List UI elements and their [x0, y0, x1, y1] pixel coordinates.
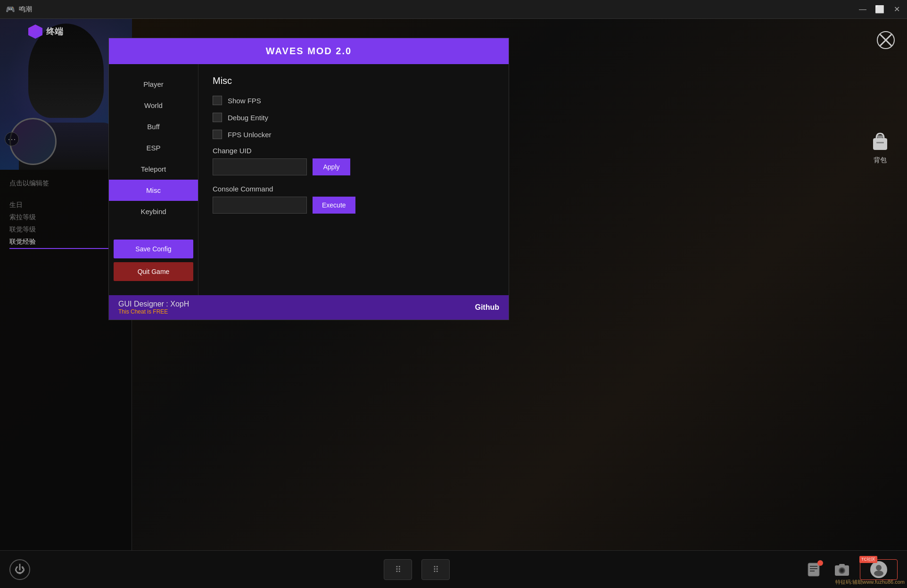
show-fps-checkbox[interactable]: [213, 96, 222, 105]
mod-body: Player World Buff ESP Teleport Misc Keyb…: [109, 64, 509, 295]
execute-button[interactable]: Execute: [313, 197, 355, 214]
mod-nav-esp[interactable]: ESP: [109, 137, 198, 158]
taskbar-left: ⏻: [9, 559, 30, 580]
mod-nav-teleport[interactable]: Teleport: [109, 158, 198, 180]
game-area: ⋯ 终端 · · · · ·· · · · ·· · · · · 点击以编辑签 …: [0, 19, 907, 550]
footer-credits: GUI Designer : XopH This Cheat is FREE: [118, 300, 189, 315]
svg-rect-22: [873, 138, 887, 150]
window-chrome: 🎮 鸣潮 — ⬜ ✕: [0, 0, 907, 19]
dots-button-2[interactable]: ⠿: [421, 559, 450, 580]
edit-tag-label[interactable]: 点击以编辑签: [9, 179, 122, 188]
console-command-label: Console Command: [213, 185, 495, 193]
community-avatar: [870, 561, 887, 578]
mod-content: Misc Show FPS Debug Entity FPS Unlocker …: [198, 64, 509, 295]
svg-rect-23: [877, 135, 883, 138]
github-button[interactable]: Github: [475, 303, 499, 312]
backpack-icon: [867, 127, 893, 153]
app-icon: 🎮: [6, 5, 15, 14]
console-command-section: Console Command Execute: [213, 185, 495, 214]
mod-nav-keybind[interactable]: Keybind: [109, 201, 198, 222]
quit-game-button[interactable]: Quit Game: [114, 262, 193, 281]
watermark: 特征码:辅助www.fuzhu86.com: [835, 579, 905, 586]
taskbar: ⏻ ⠿ ⠿ TC社区: [0, 550, 907, 588]
dots-button-1[interactable]: ⠿: [384, 559, 412, 580]
change-uid-row: Apply: [213, 158, 495, 175]
footer-designer: GUI Designer : XopH: [118, 300, 189, 308]
checkbox-show-fps: Show FPS: [213, 96, 495, 105]
mod-title: WAVES MOD 2.0: [266, 46, 352, 56]
show-fps-label: Show FPS: [228, 97, 261, 105]
community-badge: TC社区: [859, 556, 877, 563]
mod-nav-buff[interactable]: Buff: [109, 116, 198, 137]
window-title-bar: 🎮 鸣潮: [6, 5, 32, 14]
footer-free-text: This Cheat is FREE: [118, 308, 189, 315]
mod-nav-misc[interactable]: Misc: [109, 180, 198, 201]
power-button[interactable]: ⏻: [9, 559, 30, 580]
terminal-icon: [28, 25, 42, 39]
svg-rect-24: [876, 142, 884, 143]
backpack-label: 背包: [874, 156, 887, 165]
maximize-button[interactable]: ⬜: [875, 5, 884, 14]
mod-footer: GUI Designer : XopH This Cheat is FREE G…: [109, 295, 509, 320]
birthday-label: 生日: [9, 201, 122, 209]
mod-footer-buttons: Save Config Quit Game: [109, 235, 198, 286]
debug-entity-checkbox[interactable]: [213, 113, 222, 122]
misc-title: Misc: [213, 75, 495, 86]
mod-header: WAVES MOD 2.0: [109, 38, 509, 64]
apply-button[interactable]: Apply: [313, 158, 350, 175]
svg-point-33: [841, 569, 843, 572]
console-command-row: Execute: [213, 197, 495, 214]
mod-nav-world[interactable]: World: [109, 95, 198, 116]
save-config-button[interactable]: Save Config: [114, 240, 193, 258]
fps-unlocker-checkbox[interactable]: [213, 130, 222, 139]
avatar-menu[interactable]: ⋯: [5, 132, 19, 146]
mod-overlay: WAVES MOD 2.0 Player World Buff ESP Tele…: [108, 38, 509, 320]
console-input[interactable]: [213, 197, 307, 214]
uid-input[interactable]: [213, 158, 307, 175]
mod-nav-player[interactable]: Player: [109, 74, 198, 95]
checkbox-fps-unlocker: FPS Unlocker: [213, 130, 495, 139]
app-title: 鸣潮: [19, 5, 32, 14]
close-button[interactable]: ✕: [892, 5, 901, 14]
sola-level-label: 索拉等级: [9, 213, 122, 222]
taskbar-center: ⠿ ⠿: [384, 559, 450, 580]
right-panel: 背包: [867, 127, 893, 165]
change-uid-label: Change UID: [213, 147, 495, 155]
lianque-level-label: 联觉等级: [9, 225, 122, 234]
fps-unlocker-label: FPS Unlocker: [228, 131, 272, 139]
taskbar-note-icon[interactable]: [803, 559, 824, 580]
lianque-exp-label: 联觉经验: [9, 238, 122, 249]
close-overlay-button[interactable]: [874, 28, 898, 52]
svg-rect-34: [839, 564, 845, 566]
note-badge: [817, 560, 823, 566]
backpack-item[interactable]: 背包: [867, 127, 893, 165]
change-uid-section: Change UID Apply: [213, 147, 495, 175]
mod-sidebar: Player World Buff ESP Teleport Misc Keyb…: [109, 64, 198, 295]
terminal-header: 终端: [28, 25, 63, 39]
svg-point-36: [874, 571, 883, 576]
svg-point-35: [876, 565, 882, 571]
window-controls: — ⬜ ✕: [858, 5, 901, 14]
taskbar-community-icon[interactable]: TC社区: [860, 559, 898, 580]
debug-entity-label: Debug Entity: [228, 114, 268, 122]
terminal-label: 终端: [46, 26, 63, 37]
checkbox-debug-entity: Debug Entity: [213, 113, 495, 122]
taskbar-right: TC社区: [803, 559, 898, 580]
minimize-button[interactable]: —: [858, 5, 867, 14]
taskbar-camera-icon[interactable]: [832, 559, 852, 580]
